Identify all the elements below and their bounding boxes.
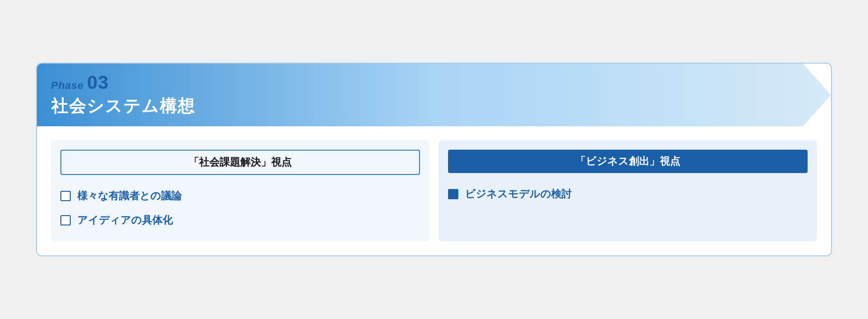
checkbox-icon — [60, 191, 71, 201]
list-item: 様々な有識者との議論 — [60, 189, 420, 203]
left-item-1: 様々な有識者との議論 — [77, 189, 182, 203]
phase-label: Phase 03 — [51, 72, 794, 93]
left-column-header-text: 「社会課題解決」視点 — [189, 156, 292, 168]
phase-header: Phase 03 社会システム構想 — [37, 64, 831, 126]
phase-card: Phase 03 社会システム構想 「社会課題解決」視点 様々な有識者との議論 … — [36, 63, 832, 256]
right-item-1: ビジネスモデルの検討 — [465, 187, 572, 201]
list-item: ビジネスモデルの検討 — [448, 187, 808, 201]
phase-content: 「社会課題解決」視点 様々な有識者との議論 アイディアの具体化 「ビジネス創出」… — [37, 126, 831, 255]
left-item-2: アイディアの具体化 — [77, 213, 173, 227]
phase-number: 03 — [87, 72, 109, 93]
left-column-items: 様々な有識者との議論 アイディアの具体化 — [51, 180, 429, 227]
right-column-header: 「ビジネス創出」視点 — [448, 150, 808, 173]
left-column: 「社会課題解決」視点 様々な有識者との議論 アイディアの具体化 — [51, 140, 429, 241]
filled-square-icon — [448, 189, 458, 199]
phase-word: Phase — [51, 80, 84, 91]
right-column-header-text: 「ビジネス創出」視点 — [575, 155, 680, 167]
phase-title: 社会システム構想 — [51, 95, 794, 118]
checkbox-icon — [60, 215, 71, 225]
right-column-items: ビジネスモデルの検討 — [439, 178, 817, 201]
left-column-header: 「社会課題解決」視点 — [60, 150, 420, 175]
right-column: 「ビジネス創出」視点 ビジネスモデルの検討 — [439, 140, 817, 241]
list-item: アイディアの具体化 — [60, 213, 420, 227]
